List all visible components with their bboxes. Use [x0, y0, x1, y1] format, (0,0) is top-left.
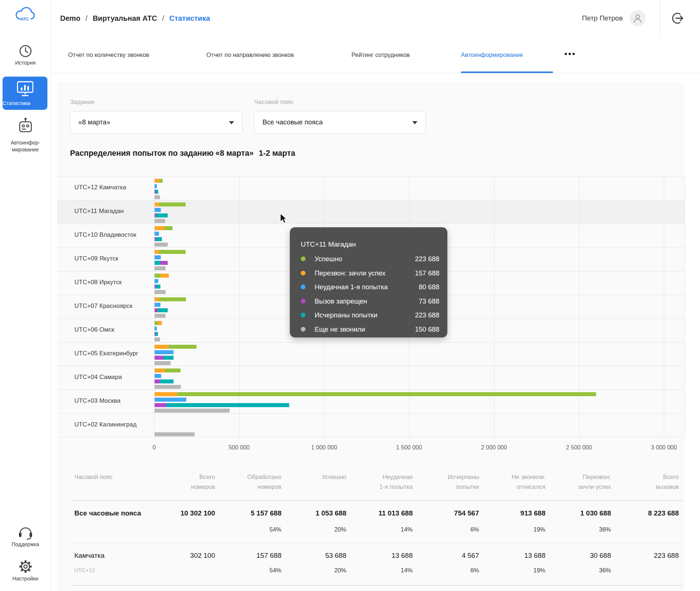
bar-segment-orange[interactable]: [155, 250, 159, 254]
bar-segment-orange[interactable]: [158, 321, 162, 325]
bar-segment-green[interactable]: [155, 321, 158, 325]
bar-segment-green[interactable]: [159, 250, 186, 254]
tooltip-row: Успешно223 688: [290, 255, 447, 263]
legend-dot-purple: [301, 299, 306, 304]
breadcrumb-statistics[interactable]: Статистика: [169, 14, 210, 23]
bar-segment-teal[interactable]: [155, 261, 160, 265]
task-select[interactable]: «8 марта»: [70, 111, 242, 134]
table-row-divider: [71, 543, 683, 543]
chart-title: Распределения попыток по заданию«8 марта…: [70, 149, 295, 158]
table-header-8: Всего: [0, 474, 679, 480]
tabs-overflow-button[interactable]: •••: [564, 36, 576, 72]
chart-row-divider: [57, 200, 685, 200]
sidebar-item-autoinform[interactable]: Автоинфор- мирование: [0, 117, 51, 153]
tab-employee-rating[interactable]: Рейтинг сотрудников: [351, 36, 410, 73]
chart-row-label: UTC+02 Калининград: [74, 421, 137, 428]
bar-segment-blue[interactable]: [155, 374, 161, 378]
bar-segment-teal[interactable]: [156, 213, 168, 217]
tooltip-row-label: Вызов запрещен: [315, 297, 367, 305]
bar-segment-gray[interactable]: [155, 361, 171, 365]
bar-segment-purple[interactable]: [155, 308, 158, 312]
bar-segment-orange[interactable]: [155, 226, 164, 230]
bar-segment-green[interactable]: [164, 226, 172, 230]
tooltip-row-value: 150 688: [415, 325, 439, 333]
bar-segment-green[interactable]: [165, 368, 180, 372]
bar-segment-purple[interactable]: [155, 403, 166, 407]
bar-segment-teal[interactable]: [156, 285, 160, 289]
bar-segment-gray[interactable]: [155, 409, 230, 413]
bar-segment-purple[interactable]: [155, 356, 164, 360]
bar-segment-blue[interactable]: [155, 184, 157, 188]
bar-segment-blue[interactable]: [155, 303, 160, 307]
bar-segment-green[interactable]: [159, 202, 186, 206]
axis-tick-label: 2 500 000: [557, 444, 601, 451]
bar-segment-blue[interactable]: [155, 279, 158, 283]
logout-button[interactable]: [671, 11, 685, 25]
bar-segment-teal[interactable]: [158, 308, 168, 312]
bar-segment-blue[interactable]: [155, 255, 161, 259]
bar-segment-blue[interactable]: [155, 208, 161, 212]
bar-segment-gray[interactable]: [155, 314, 166, 318]
user-avatar[interactable]: [630, 10, 646, 26]
bar-segment-teal[interactable]: [166, 403, 289, 407]
table-cell: 223 688: [0, 552, 679, 560]
bar-segment-gray[interactable]: [155, 266, 166, 270]
tooltip-row: Исчерпаны попытки223 688: [290, 311, 447, 320]
bar-segment-gray[interactable]: [155, 195, 160, 199]
user-name: Петр Петров: [582, 0, 623, 36]
chevron-down-icon: [412, 121, 417, 124]
bar-segment-orange[interactable]: [155, 345, 168, 349]
timezone-select[interactable]: Все часовые пояса: [254, 111, 426, 134]
bar-segment-orange[interactable]: [161, 274, 169, 278]
tab-autoinform[interactable]: Автоинформирование: [461, 36, 523, 73]
legend-dot-blue: [301, 285, 306, 289]
chart-row-label: UTC+06 Омск: [74, 326, 114, 333]
sidebar-item-statistics[interactable]: Статистика: [3, 77, 47, 110]
bar-segment-green[interactable]: [168, 345, 197, 349]
task-select-value: «8 марта»: [78, 118, 110, 126]
atc-logo[interactable]: АТС: [0, 5, 51, 25]
bar-segment-teal[interactable]: [164, 356, 174, 360]
bar-segment-gray[interactable]: [155, 219, 165, 223]
sidebar-item-label: История: [0, 60, 51, 66]
bar-segment-gray[interactable]: [155, 337, 160, 341]
tooltip-row-value: 223 688: [415, 255, 439, 263]
bar-segment-teal[interactable]: [160, 379, 174, 383]
bar-segment-orange[interactable]: [155, 179, 159, 183]
bar-segment-teal[interactable]: [156, 190, 158, 194]
breadcrumb-virtual-pbx[interactable]: Виртуальная АТС: [93, 14, 157, 23]
bar-segment-teal[interactable]: [156, 237, 162, 241]
chart-row-divider: [57, 176, 685, 177]
robot-icon: [17, 117, 34, 138]
tooltip-row-label: Неудачная 1-я попытка: [315, 283, 388, 291]
bar-segment-blue[interactable]: [155, 232, 159, 236]
bar-segment-blue[interactable]: [155, 350, 174, 354]
bar-segment-green[interactable]: [159, 297, 186, 301]
bar-segment-teal[interactable]: [155, 332, 158, 336]
bar-segment-green[interactable]: [159, 179, 163, 183]
sidebar-item-history[interactable]: История: [0, 44, 51, 66]
mouse-cursor: [280, 213, 290, 224]
bar-segment-green[interactable]: [177, 392, 596, 396]
bar-segment-gray[interactable]: [155, 243, 168, 247]
bar-segment-orange[interactable]: [155, 202, 159, 206]
axis-tick-label: 1 500 000: [387, 444, 431, 451]
chevron-down-icon: [229, 121, 234, 124]
tooltip-row-label: Перезвон: зачли успех: [315, 269, 385, 277]
bar-segment-purple[interactable]: [160, 261, 168, 265]
bar-segment-purple[interactable]: [155, 379, 160, 383]
bar-segment-gray[interactable]: [155, 432, 195, 436]
tab-report-call-direction[interactable]: Отчет по направлению звонков: [206, 36, 294, 73]
bar-segment-gray[interactable]: [155, 290, 166, 294]
bar-segment-blue[interactable]: [155, 398, 186, 402]
axis-tick-label: 0: [132, 444, 176, 451]
bar-segment-orange[interactable]: [155, 392, 177, 396]
bar-segment-orange[interactable]: [155, 297, 159, 301]
bar-segment-blue[interactable]: [155, 327, 157, 331]
tab-report-call-count[interactable]: Отчет по количеству звонков: [68, 36, 149, 73]
bar-segment-green[interactable]: [155, 274, 161, 278]
bar-segment-orange[interactable]: [155, 368, 165, 372]
bar-segment-gray[interactable]: [155, 385, 181, 389]
breadcrumb-demo[interactable]: Demo: [60, 14, 81, 23]
table-row-divider: [71, 585, 683, 586]
